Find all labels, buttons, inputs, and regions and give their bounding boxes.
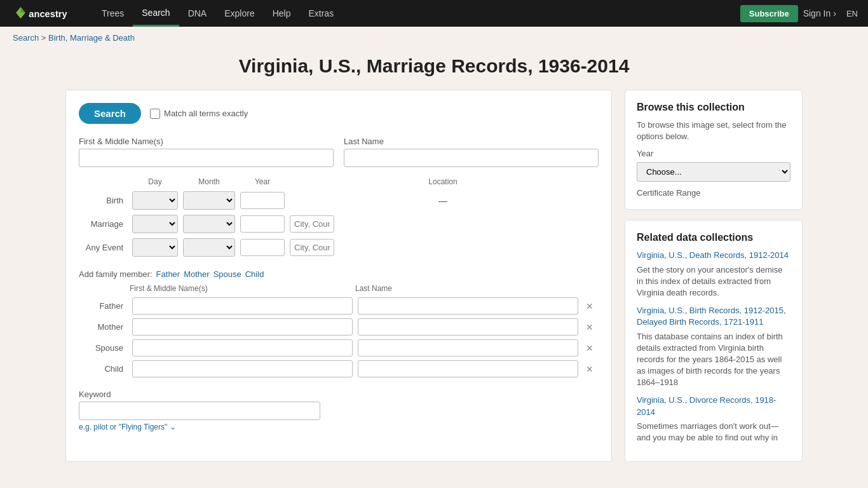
father-last-cell xyxy=(355,295,581,316)
related-title: Related data collections xyxy=(637,232,790,243)
nav-right: Subscribe Sign In › EN xyxy=(740,5,858,22)
mother-first-input[interactable] xyxy=(132,318,353,336)
subscribe-button[interactable]: Subscribe xyxy=(740,5,798,22)
birth-year-input[interactable] xyxy=(240,192,285,209)
spouse-first-cell xyxy=(130,337,355,358)
birth-label: Birth xyxy=(79,189,130,212)
marriage-year-input[interactable] xyxy=(240,215,285,233)
anyevent-label: Any Event xyxy=(79,236,130,259)
child-first-input[interactable] xyxy=(132,360,353,377)
nav-links: Trees Search DNA Explore Help Extras xyxy=(93,0,740,27)
anyevent-month-select[interactable] xyxy=(183,238,235,257)
language-selector[interactable]: EN xyxy=(846,9,858,18)
spouse-last-cell xyxy=(355,337,581,358)
breadcrumb: Search > Birth, Marriage & Death xyxy=(0,27,868,49)
marriage-month-select[interactable] xyxy=(183,215,235,233)
nav-extras[interactable]: Extras xyxy=(299,0,342,27)
family-col-empty xyxy=(79,284,130,295)
nav-dna[interactable]: DNA xyxy=(179,0,216,27)
match-exact-checkbox[interactable] xyxy=(150,109,160,119)
spouse-remove-button[interactable]: ✕ xyxy=(583,343,596,353)
anyevent-day-select[interactable] xyxy=(132,238,178,257)
browse-year-label: Year xyxy=(637,149,790,158)
search-form-panel: Search Match all terms exactly First & M… xyxy=(65,90,612,462)
match-exact-label: Match all terms exactly xyxy=(164,109,248,118)
spouse-first-input[interactable] xyxy=(132,339,353,356)
birth-day-select[interactable] xyxy=(132,191,178,210)
breadcrumb-current-link[interactable]: Birth, Marriage & Death xyxy=(48,33,135,43)
family-header: Add family member: Father Mother Spouse … xyxy=(79,269,599,279)
main-nav: ancestry Trees Search DNA Explore Help E… xyxy=(0,0,868,27)
father-first-cell xyxy=(130,295,355,316)
birth-month-select[interactable] xyxy=(183,191,235,210)
nav-search[interactable]: Search xyxy=(133,0,179,27)
add-mother-link[interactable]: Mother xyxy=(184,269,209,279)
page-title: Virginia, U.S., Marriage Records, 1936-2… xyxy=(0,55,868,77)
keyword-input[interactable] xyxy=(79,402,320,420)
keyword-section: Keyword e.g. pilot or "Flying Tigers" ⌄ xyxy=(79,390,599,431)
marriage-day-cell xyxy=(130,212,180,236)
event-table: Day Month Year Location Birth xyxy=(79,177,599,259)
add-father-link[interactable]: Father xyxy=(156,269,180,279)
mother-last-input[interactable] xyxy=(358,318,578,336)
child-remove-button[interactable]: ✕ xyxy=(583,364,596,374)
anyevent-location-input[interactable] xyxy=(290,239,334,256)
family-row-mother: Mother ✕ xyxy=(79,316,599,337)
birth-location-dash: — xyxy=(287,189,599,212)
child-last-input[interactable] xyxy=(358,360,578,377)
last-name-input[interactable] xyxy=(344,149,599,167)
father-first-input[interactable] xyxy=(132,297,353,315)
birth-day-cell xyxy=(130,189,180,212)
nav-explore[interactable]: Explore xyxy=(215,0,263,27)
keyword-label: Keyword xyxy=(79,390,599,399)
add-spouse-link[interactable]: Spouse xyxy=(214,269,241,279)
marriage-day-select[interactable] xyxy=(132,215,178,233)
match-exact-container: Match all terms exactly xyxy=(150,109,248,119)
marriage-month-cell xyxy=(180,212,238,236)
nav-help[interactable]: Help xyxy=(264,0,300,27)
marriage-location-cell xyxy=(287,212,599,236)
family-row-father: Father ✕ xyxy=(79,295,599,316)
family-col-remove xyxy=(581,284,599,295)
father-remove-cell: ✕ xyxy=(581,295,599,316)
first-middle-label: First & Middle Name(s) xyxy=(79,137,334,146)
family-row-child: Child ✕ xyxy=(79,358,599,379)
mother-remove-button[interactable]: ✕ xyxy=(583,322,596,332)
search-button[interactable]: Search xyxy=(79,103,141,124)
marriage-year-cell xyxy=(238,212,287,236)
add-child-link[interactable]: Child xyxy=(245,269,264,279)
child-first-cell xyxy=(130,358,355,379)
anyevent-month-cell xyxy=(180,236,238,259)
father-last-input[interactable] xyxy=(358,297,578,315)
child-last-cell xyxy=(355,358,581,379)
anyevent-location-cell xyxy=(287,236,599,259)
search-top: Search Match all terms exactly xyxy=(79,103,599,124)
logo[interactable]: ancestry xyxy=(10,4,80,22)
related-link-0[interactable]: Virginia, U.S., Death Records, 1912-2014 xyxy=(637,250,790,261)
birth-year-cell xyxy=(238,189,287,212)
family-col-first: First & Middle Name(s) xyxy=(130,284,355,295)
family-section: Add family member: Father Mother Spouse … xyxy=(79,269,599,379)
breadcrumb-search-link[interactable]: Search xyxy=(13,33,39,43)
nav-trees[interactable]: Trees xyxy=(93,0,133,27)
marriage-location-input[interactable] xyxy=(290,215,334,233)
spouse-last-input[interactable] xyxy=(358,339,578,356)
browse-year-select[interactable]: Choose... xyxy=(637,162,790,182)
event-row-birth: Birth — xyxy=(79,189,599,212)
event-row-marriage: Marriage xyxy=(79,212,599,236)
anyevent-year-input[interactable] xyxy=(240,239,285,256)
spouse-label: Spouse xyxy=(79,337,130,358)
first-middle-input[interactable] xyxy=(79,149,334,167)
family-col-last: Last Name xyxy=(355,284,581,295)
breadcrumb-separator: > xyxy=(41,33,48,43)
main-layout: Search Match all terms exactly First & M… xyxy=(53,90,815,481)
browse-title: Browse this collection xyxy=(637,102,790,113)
event-col-year: Year xyxy=(238,177,287,189)
father-remove-button[interactable]: ✕ xyxy=(583,301,596,311)
related-link-1[interactable]: Virginia, U.S., Birth Records, 1912-2015… xyxy=(637,305,790,328)
signin-button[interactable]: Sign In › xyxy=(803,8,836,18)
related-link-2[interactable]: Virginia, U.S., Divorce Records, 1918-20… xyxy=(637,395,790,417)
event-row-anyevent: Any Event xyxy=(79,236,599,259)
keyword-hint[interactable]: e.g. pilot or "Flying Tigers" ⌄ xyxy=(79,423,599,431)
spouse-remove-cell: ✕ xyxy=(581,337,599,358)
